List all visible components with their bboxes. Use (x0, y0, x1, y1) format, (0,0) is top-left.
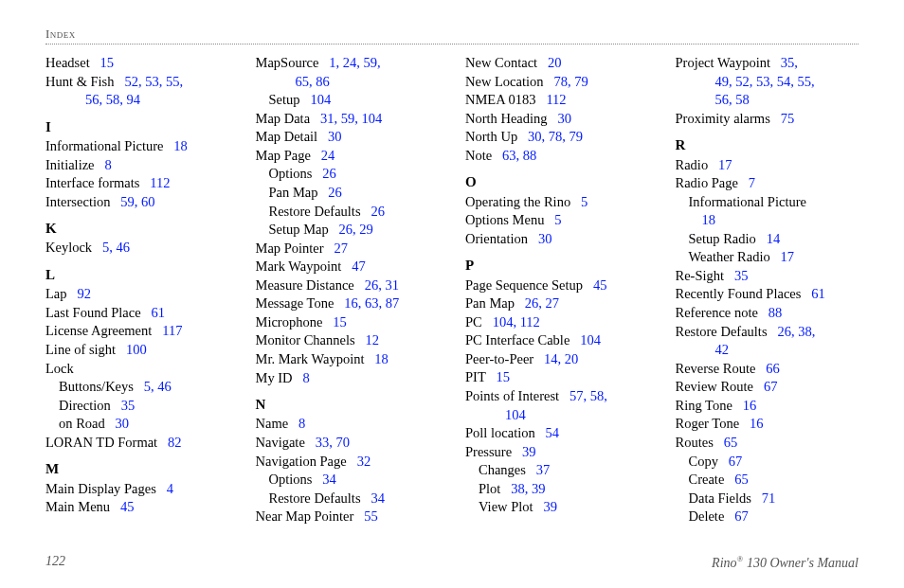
page-link[interactable]: 75 (781, 111, 795, 126)
page-link[interactable]: 20 (565, 351, 579, 366)
page-link[interactable]: 67 (734, 508, 749, 524)
page-link[interactable]: 53 (756, 74, 770, 89)
page-link[interactable]: 15 (100, 55, 115, 70)
page-link[interactable]: 12 (366, 332, 380, 347)
page-link[interactable]: 59 (341, 111, 355, 126)
page-link[interactable]: 63 (365, 295, 379, 311)
page-link[interactable]: 59 (363, 55, 377, 70)
page-link[interactable]: 65 (734, 472, 749, 487)
page-link[interactable]: 88 (523, 148, 537, 163)
page-link[interactable]: 67 (729, 454, 743, 469)
page-link[interactable]: 58 (106, 92, 120, 107)
page-link[interactable]: 39 (522, 444, 536, 459)
page-link[interactable]: 26 (365, 277, 379, 293)
page-link[interactable]: 34 (371, 490, 385, 506)
page-link[interactable]: 82 (168, 435, 182, 450)
page-link[interactable]: 18 (173, 138, 188, 153)
page-link[interactable]: 24 (343, 55, 357, 70)
page-link[interactable]: 94 (127, 92, 141, 107)
page-link[interactable]: 45 (593, 277, 607, 293)
page-link[interactable]: 35 (781, 55, 795, 70)
page-link[interactable]: 54 (777, 74, 791, 89)
page-link[interactable]: 52 (124, 74, 138, 89)
page-link[interactable]: 104 (493, 314, 514, 330)
page-link[interactable]: 27 (334, 241, 348, 256)
page-link[interactable]: 5 (554, 212, 561, 227)
page-link[interactable]: 54 (546, 425, 560, 440)
page-link[interactable]: 31 (385, 277, 399, 293)
page-link[interactable]: 104 (505, 407, 526, 422)
page-link[interactable]: 66 (766, 361, 780, 376)
page-link[interactable]: 78 (549, 129, 563, 144)
page-link[interactable]: 55 (166, 74, 180, 89)
page-link[interactable]: 16 (743, 398, 757, 413)
page-link[interactable]: 5 (102, 240, 109, 255)
page-link[interactable]: 104 (310, 92, 331, 107)
page-link[interactable]: 70 (335, 435, 350, 450)
page-link[interactable]: 5 (581, 194, 588, 209)
page-link[interactable]: 26 (322, 166, 336, 181)
page-link[interactable]: 31 (320, 111, 334, 126)
page-link[interactable]: 32 (357, 454, 371, 469)
page-link[interactable]: 20 (548, 55, 562, 70)
page-link[interactable]: 112 (520, 314, 540, 330)
page-link[interactable]: 61 (152, 305, 166, 320)
page-link[interactable]: 63 (502, 148, 516, 163)
page-link[interactable]: 61 (811, 286, 825, 301)
page-link[interactable]: 38 (798, 324, 812, 339)
page-link[interactable]: 56 (85, 92, 99, 107)
page-link[interactable]: 65 (724, 435, 738, 450)
page-link[interactable]: 30 (528, 129, 542, 144)
page-link[interactable]: 18 (702, 212, 716, 227)
page-link[interactable]: 18 (374, 351, 389, 366)
page-link[interactable]: 15 (496, 369, 510, 384)
page-link[interactable]: 79 (574, 74, 588, 89)
page-link[interactable]: 79 (570, 129, 584, 144)
page-link[interactable]: 49 (715, 74, 730, 89)
page-link[interactable]: 1 (329, 55, 335, 70)
page-link[interactable]: 38 (511, 481, 525, 496)
page-link[interactable]: 78 (553, 74, 568, 89)
page-link[interactable]: 37 (536, 462, 551, 477)
page-link[interactable]: 67 (764, 379, 778, 394)
page-link[interactable]: 34 (322, 472, 336, 487)
page-link[interactable]: 92 (77, 286, 91, 301)
page-link[interactable]: 112 (546, 92, 566, 107)
page-link[interactable]: 46 (117, 240, 131, 255)
page-link[interactable]: 30 (557, 111, 571, 126)
page-link[interactable]: 4 (167, 481, 173, 496)
page-link[interactable]: 46 (157, 379, 172, 394)
page-link[interactable]: 112 (150, 175, 170, 190)
page-link[interactable]: 5 (144, 379, 151, 394)
page-link[interactable]: 8 (302, 370, 309, 385)
page-link[interactable]: 17 (718, 157, 732, 172)
page-link[interactable]: 30 (328, 129, 342, 144)
page-link[interactable]: 42 (715, 342, 730, 357)
page-link[interactable]: 59 (120, 194, 135, 209)
page-link[interactable]: 104 (361, 111, 382, 126)
page-link[interactable]: 56 (715, 92, 730, 107)
page-link[interactable]: 47 (352, 258, 366, 274)
page-link[interactable]: 29 (359, 222, 373, 237)
page-link[interactable]: 39 (532, 481, 546, 496)
page-link[interactable]: 86 (316, 74, 330, 89)
page-link[interactable]: 8 (298, 416, 305, 431)
page-link[interactable]: 14 (767, 231, 781, 246)
page-link[interactable]: 58 (590, 388, 605, 403)
page-link[interactable]: 39 (543, 499, 557, 514)
page-link[interactable]: 35 (734, 268, 749, 283)
page-link[interactable]: 87 (386, 295, 400, 311)
page-link[interactable]: 16 (344, 295, 358, 311)
page-link[interactable]: 33 (316, 435, 330, 450)
page-link[interactable]: 26 (339, 222, 353, 237)
page-link[interactable]: 55 (798, 74, 812, 89)
page-link[interactable]: 104 (580, 332, 601, 347)
page-link[interactable]: 88 (768, 305, 783, 320)
page-link[interactable]: 30 (538, 231, 552, 246)
page-link[interactable]: 15 (333, 314, 347, 330)
page-link[interactable]: 27 (546, 295, 560, 311)
page-link[interactable]: 58 (735, 92, 750, 107)
page-link[interactable]: 14 (544, 351, 558, 366)
page-link[interactable]: 7 (749, 175, 755, 190)
page-link[interactable]: 71 (762, 490, 776, 506)
